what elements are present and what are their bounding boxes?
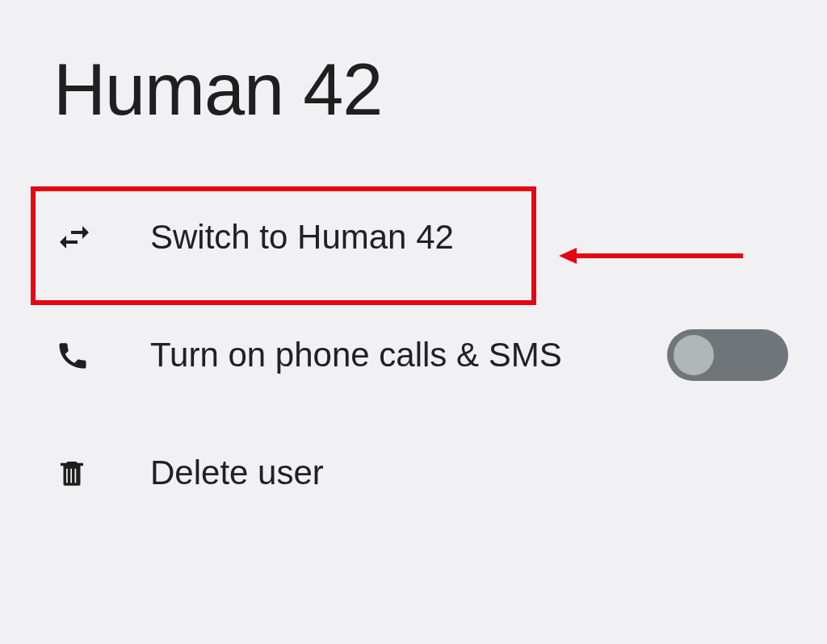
swap-horiz-icon <box>55 218 95 257</box>
trash-icon <box>55 454 95 492</box>
delete-user-label: Delete user <box>150 454 795 492</box>
switch-user-row[interactable]: Switch to Human 42 <box>52 178 795 296</box>
user-settings-screen: Human 42 Switch to Human 42 Turn on phon… <box>0 0 827 644</box>
page-title: Human 42 <box>53 50 795 130</box>
delete-user-row[interactable]: Delete user <box>52 414 795 532</box>
switch-user-label: Switch to Human 42 <box>150 218 795 257</box>
phone-icon <box>55 337 95 373</box>
phone-calls-sms-toggle[interactable] <box>667 329 788 381</box>
phone-calls-sms-row[interactable]: Turn on phone calls & SMS <box>52 296 795 414</box>
toggle-knob <box>674 335 714 375</box>
